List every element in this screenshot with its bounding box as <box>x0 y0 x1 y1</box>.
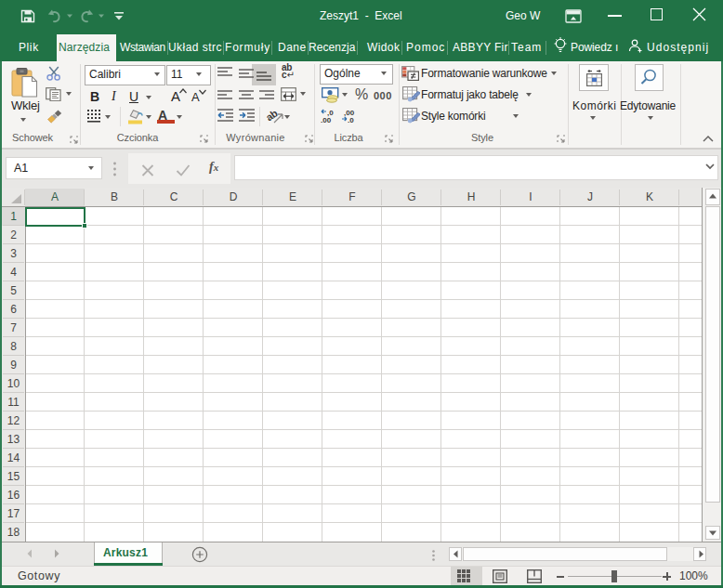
svg-text:,00: ,00 <box>321 116 332 124</box>
svg-text:,0: ,0 <box>348 116 354 124</box>
